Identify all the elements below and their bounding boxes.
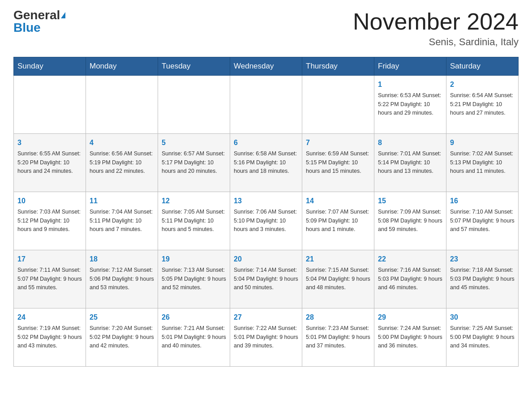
day-number: 1 [378,79,442,90]
calendar-cell: 30Sunrise: 7:25 AM Sunset: 5:00 PM Dayli… [446,308,519,367]
day-number: 6 [234,137,298,148]
calendar-week-row: 24Sunrise: 7:19 AM Sunset: 5:02 PM Dayli… [14,308,519,367]
calendar-table: SundayMondayTuesdayWednesdayThursdayFrid… [13,57,519,367]
day-number: 30 [450,312,515,323]
day-info: Sunrise: 7:02 AM Sunset: 5:13 PM Dayligh… [450,150,515,176]
day-info: Sunrise: 7:05 AM Sunset: 5:11 PM Dayligh… [162,208,226,234]
day-info: Sunrise: 7:01 AM Sunset: 5:14 PM Dayligh… [378,150,442,176]
logo: General Blue [13,9,65,34]
calendar-cell: 11Sunrise: 7:04 AM Sunset: 5:11 PM Dayli… [86,192,158,250]
calendar-cell: 20Sunrise: 7:14 AM Sunset: 5:04 PM Dayli… [230,250,302,308]
day-number: 8 [378,137,442,148]
day-info: Sunrise: 7:14 AM Sunset: 5:04 PM Dayligh… [234,266,298,292]
calendar-header-monday: Monday [86,57,158,76]
day-number: 9 [450,137,515,148]
day-info: Sunrise: 6:53 AM Sunset: 5:22 PM Dayligh… [378,91,442,117]
calendar-header-friday: Friday [374,57,446,76]
day-info: Sunrise: 6:54 AM Sunset: 5:21 PM Dayligh… [450,91,515,117]
day-number: 3 [17,137,82,148]
day-info: Sunrise: 7:09 AM Sunset: 5:08 PM Dayligh… [378,208,442,234]
day-number: 27 [234,312,298,323]
calendar-header-wednesday: Wednesday [230,57,302,76]
calendar-cell: 13Sunrise: 7:06 AM Sunset: 5:10 PM Dayli… [230,192,302,250]
day-number: 16 [450,196,515,206]
calendar-cell: 19Sunrise: 7:13 AM Sunset: 5:05 PM Dayli… [158,250,230,308]
day-info: Sunrise: 7:03 AM Sunset: 5:12 PM Dayligh… [17,208,82,234]
month-title: November 2024 [353,9,519,34]
day-number: 20 [234,254,298,265]
title-section: November 2024 Senis, Sardinia, Italy [353,9,519,48]
day-number: 26 [162,312,226,323]
day-number: 24 [17,312,82,323]
calendar-week-row: 1Sunrise: 6:53 AM Sunset: 5:22 PM Daylig… [14,76,519,134]
calendar-header-tuesday: Tuesday [158,57,230,76]
logo-blue-text: Blue [13,21,41,34]
calendar-cell: 26Sunrise: 7:21 AM Sunset: 5:01 PM Dayli… [158,308,230,367]
calendar-header-saturday: Saturday [446,57,519,76]
day-number: 28 [306,312,370,323]
calendar-cell: 8Sunrise: 7:01 AM Sunset: 5:14 PM Daylig… [374,134,446,192]
day-info: Sunrise: 7:21 AM Sunset: 5:01 PM Dayligh… [162,324,226,350]
page-header: General Blue November 2024 Senis, Sardin… [13,9,519,48]
day-info: Sunrise: 7:20 AM Sunset: 5:02 PM Dayligh… [90,324,154,350]
day-number: 19 [162,254,226,265]
calendar-cell [86,76,158,134]
calendar-cell: 5Sunrise: 6:57 AM Sunset: 5:17 PM Daylig… [158,134,230,192]
day-number: 4 [90,137,154,148]
day-info: Sunrise: 7:19 AM Sunset: 5:02 PM Dayligh… [17,324,82,350]
day-info: Sunrise: 7:18 AM Sunset: 5:03 PM Dayligh… [450,266,515,292]
calendar-cell [302,76,374,134]
calendar-header-sunday: Sunday [14,57,86,76]
day-number: 18 [90,254,154,265]
calendar-cell [158,76,230,134]
calendar-week-row: 17Sunrise: 7:11 AM Sunset: 5:07 PM Dayli… [14,250,519,308]
calendar-cell: 23Sunrise: 7:18 AM Sunset: 5:03 PM Dayli… [446,250,519,308]
day-info: Sunrise: 7:16 AM Sunset: 5:03 PM Dayligh… [378,266,442,292]
day-info: Sunrise: 7:04 AM Sunset: 5:11 PM Dayligh… [90,208,154,234]
day-number: 10 [17,196,82,206]
day-number: 25 [90,312,154,323]
day-number: 17 [17,254,82,265]
day-info: Sunrise: 6:59 AM Sunset: 5:15 PM Dayligh… [306,150,370,176]
day-info: Sunrise: 7:23 AM Sunset: 5:01 PM Dayligh… [306,324,370,350]
calendar-cell: 3Sunrise: 6:55 AM Sunset: 5:20 PM Daylig… [14,134,86,192]
day-number: 14 [306,196,370,206]
day-info: Sunrise: 6:58 AM Sunset: 5:16 PM Dayligh… [234,150,298,176]
calendar-cell: 25Sunrise: 7:20 AM Sunset: 5:02 PM Dayli… [86,308,158,367]
day-number: 22 [378,254,442,265]
calendar-cell: 14Sunrise: 7:07 AM Sunset: 5:09 PM Dayli… [302,192,374,250]
day-info: Sunrise: 7:24 AM Sunset: 5:00 PM Dayligh… [378,324,442,350]
day-info: Sunrise: 7:10 AM Sunset: 5:07 PM Dayligh… [450,208,515,234]
calendar-cell: 28Sunrise: 7:23 AM Sunset: 5:01 PM Dayli… [302,308,374,367]
calendar-cell: 29Sunrise: 7:24 AM Sunset: 5:00 PM Dayli… [374,308,446,367]
calendar-header-thursday: Thursday [302,57,374,76]
calendar-header-row: SundayMondayTuesdayWednesdayThursdayFrid… [14,57,519,76]
day-info: Sunrise: 7:06 AM Sunset: 5:10 PM Dayligh… [234,208,298,234]
day-info: Sunrise: 7:22 AM Sunset: 5:01 PM Dayligh… [234,324,298,350]
day-info: Sunrise: 7:15 AM Sunset: 5:04 PM Dayligh… [306,266,370,292]
calendar-cell [14,76,86,134]
calendar-week-row: 10Sunrise: 7:03 AM Sunset: 5:12 PM Dayli… [14,192,519,250]
day-number: 7 [306,137,370,148]
day-number: 15 [378,196,442,206]
day-number: 11 [90,196,154,206]
calendar-cell: 7Sunrise: 6:59 AM Sunset: 5:15 PM Daylig… [302,134,374,192]
day-info: Sunrise: 7:11 AM Sunset: 5:07 PM Dayligh… [17,266,82,292]
calendar-cell: 22Sunrise: 7:16 AM Sunset: 5:03 PM Dayli… [374,250,446,308]
calendar-cell: 21Sunrise: 7:15 AM Sunset: 5:04 PM Dayli… [302,250,374,308]
day-info: Sunrise: 7:07 AM Sunset: 5:09 PM Dayligh… [306,208,370,234]
calendar-cell: 15Sunrise: 7:09 AM Sunset: 5:08 PM Dayli… [374,192,446,250]
day-number: 29 [378,312,442,323]
day-number: 12 [162,196,226,206]
calendar-cell [230,76,302,134]
day-info: Sunrise: 6:55 AM Sunset: 5:20 PM Dayligh… [17,150,82,176]
calendar-cell: 12Sunrise: 7:05 AM Sunset: 5:11 PM Dayli… [158,192,230,250]
day-info: Sunrise: 7:13 AM Sunset: 5:05 PM Dayligh… [162,266,226,292]
calendar-cell: 18Sunrise: 7:12 AM Sunset: 5:06 PM Dayli… [86,250,158,308]
calendar-cell: 2Sunrise: 6:54 AM Sunset: 5:21 PM Daylig… [446,76,519,134]
calendar-cell: 4Sunrise: 6:56 AM Sunset: 5:19 PM Daylig… [86,134,158,192]
day-number: 21 [306,254,370,265]
logo-general-text: General [13,9,60,21]
calendar-cell: 24Sunrise: 7:19 AM Sunset: 5:02 PM Dayli… [14,308,86,367]
day-number: 5 [162,137,226,148]
